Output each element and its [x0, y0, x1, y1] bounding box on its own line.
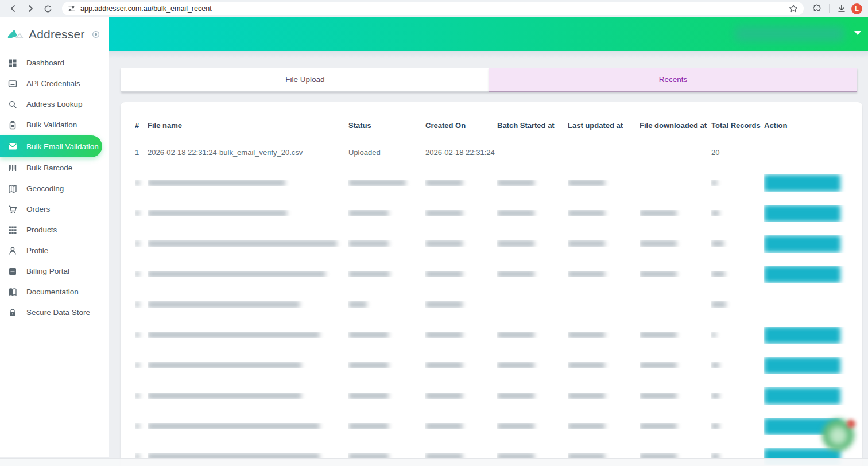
api-credentials-icon — [8, 79, 17, 88]
sidebar-item-label: Billing Portal — [26, 267, 69, 275]
column-header-action: Action — [764, 121, 850, 130]
blurred-text — [568, 240, 605, 247]
action-button-blurred[interactable] — [764, 387, 840, 405]
sidebar-item-documentation[interactable]: Documentation — [0, 282, 109, 302]
blurred-text — [348, 301, 367, 308]
sidebar-item-dashboard[interactable]: Dashboard — [0, 53, 109, 73]
bulk-validation-icon — [8, 121, 17, 130]
blurred-text — [135, 423, 140, 429]
blurred-text — [135, 362, 140, 368]
blurred-text — [640, 423, 677, 429]
blurred-text — [425, 240, 463, 247]
blurred-text — [425, 393, 463, 399]
sidebar-item-bulk-validation[interactable]: Bulk Validation — [0, 115, 109, 135]
table-row-blurred — [121, 228, 862, 259]
sidebar-item-api-credentials[interactable]: API Credentials — [0, 73, 109, 94]
action-button-blurred[interactable] — [764, 357, 840, 374]
site-settings-icon[interactable] — [68, 5, 76, 13]
sidebar-item-label: Bulk Barcode — [26, 164, 72, 172]
action-button-blurred[interactable] — [764, 235, 840, 253]
action-button-blurred[interactable] — [764, 205, 840, 222]
sidebar-item-label: Secure Data Store — [26, 308, 90, 317]
profile-icon — [8, 246, 17, 255]
sidebar-item-geocoding[interactable]: Geocoding — [0, 178, 109, 199]
blurred-text — [425, 301, 463, 308]
secure-data-store-icon — [8, 308, 17, 317]
blurred-text — [711, 423, 719, 429]
column-header-file-downloaded-at: File downloaded at — [640, 121, 711, 130]
blurred-text — [711, 271, 725, 277]
blurred-text — [148, 271, 326, 277]
blurred-text — [568, 362, 605, 368]
browser-profile-avatar[interactable]: L — [851, 3, 862, 14]
url-text[interactable]: app.addresser.com.au/bulk_email_recent — [80, 5, 784, 13]
column-header-total-records: Total Records — [711, 121, 764, 130]
blurred-text — [497, 240, 534, 247]
address-lookup-icon — [8, 100, 17, 109]
extensions-icon[interactable] — [809, 1, 824, 16]
orders-icon — [8, 205, 17, 214]
column-header-created-on: Created On — [425, 121, 497, 130]
blurred-text — [148, 362, 301, 368]
blurred-text — [425, 180, 463, 186]
sidebar-item-label: Profile — [26, 246, 48, 255]
sidebar-item-label: Orders — [26, 205, 50, 213]
action-button-blurred[interactable] — [764, 266, 840, 283]
account-menu-blurred[interactable] — [735, 26, 844, 41]
toolbar-divider — [829, 4, 830, 13]
documentation-icon — [8, 288, 17, 297]
row-number: 1 — [135, 148, 148, 157]
sidebar-item-orders[interactable]: Orders — [0, 199, 109, 219]
blurred-text — [568, 423, 605, 429]
blurred-text — [348, 423, 389, 429]
table-row: 1 2026-02-18 22:31:24-bulk_email_verify_… — [121, 137, 862, 168]
sidebar-menu: DashboardAPI CredentialsAddress LookupBu… — [0, 53, 109, 323]
blurred-text — [348, 180, 406, 186]
forward-icon[interactable] — [23, 1, 38, 16]
blurred-text — [640, 393, 677, 399]
blurred-text — [640, 210, 677, 216]
sidebar-item-label: Address Lookup — [26, 100, 83, 108]
blurred-text — [148, 180, 285, 186]
tab-file-upload[interactable]: File Upload — [121, 68, 489, 92]
sidebar-item-billing-portal[interactable]: Billing Portal — [0, 261, 109, 281]
blurred-text — [711, 332, 716, 338]
download-icon[interactable] — [834, 1, 849, 16]
back-icon[interactable] — [6, 1, 21, 16]
sidebar: Addresser DashboardAPI CredentialsAddres… — [0, 17, 109, 457]
recents-table-card: #File nameStatusCreated OnBatch Started … — [121, 102, 862, 466]
bookmark-star-icon[interactable] — [789, 4, 798, 13]
sidebar-item-bulk-barcode[interactable]: Bulk Barcode — [0, 158, 109, 178]
blurred-text — [711, 393, 719, 399]
action-button-blurred[interactable] — [764, 174, 840, 192]
url-bar[interactable]: app.addresser.com.au/bulk_email_recent — [62, 2, 804, 15]
column-header-file-name: File name — [148, 121, 348, 130]
action-button-blurred[interactable] — [764, 327, 840, 344]
table-row-blurred — [121, 320, 862, 350]
sidebar-item-products[interactable]: Products — [0, 220, 109, 240]
sidebar-toggle-icon[interactable] — [92, 30, 100, 38]
blurred-text — [425, 423, 463, 429]
sidebar-item-address-lookup[interactable]: Address Lookup — [0, 94, 109, 114]
browser-toolbar: app.addresser.com.au/bulk_email_recent L — [0, 0, 868, 17]
sidebar-item-label: Bulk Validation — [26, 121, 77, 129]
blurred-text — [568, 210, 605, 216]
app-header — [109, 17, 868, 51]
billing-portal-icon — [8, 267, 17, 276]
tab-recents[interactable]: Recents — [489, 68, 857, 92]
sidebar-item-bulk-email-validation[interactable]: Bulk Email Validation — [0, 135, 102, 157]
reload-icon[interactable] — [40, 1, 55, 16]
blurred-text — [640, 362, 677, 368]
brand: Addresser — [0, 17, 109, 49]
blurred-text — [348, 393, 389, 399]
blurred-text — [135, 210, 140, 216]
file-name-cell: 2026-02-18 22:31:24-bulk_email_verify_20… — [148, 148, 348, 157]
table-row-blurred — [121, 168, 862, 198]
sidebar-item-profile[interactable]: Profile — [0, 240, 109, 261]
sidebar-item-secure-data-store[interactable]: Secure Data Store — [0, 302, 109, 323]
page-bottom-strip — [0, 458, 868, 466]
blurred-text — [568, 332, 605, 338]
blurred-text — [497, 362, 534, 368]
column-header-status: Status — [348, 121, 425, 130]
chevron-down-icon[interactable] — [854, 31, 861, 35]
